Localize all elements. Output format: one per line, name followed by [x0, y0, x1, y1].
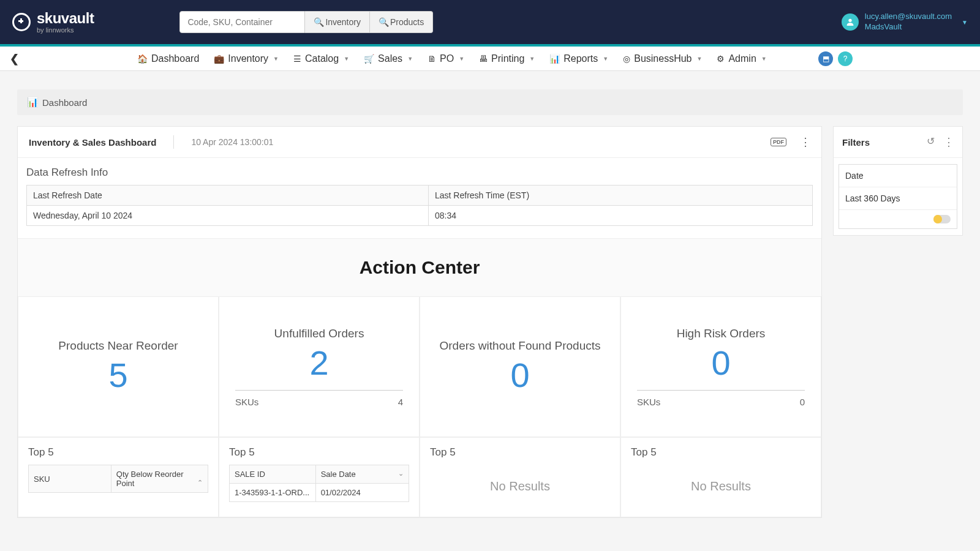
refresh-table: Last Refresh Date Last Refresh Time (EST… — [26, 185, 813, 226]
card-sub-label: SKUs — [637, 397, 660, 407]
top5-label: Top 5 — [28, 446, 208, 459]
chevron-down-icon: ▼ — [273, 56, 279, 62]
card-high-risk-orders[interactable]: High Risk Orders 0 SKUs 0 — [620, 296, 821, 437]
dashboard-timestamp: 10 Apr 2024 13:00:01 — [191, 137, 273, 147]
col-sale-id[interactable]: SALE ID — [230, 465, 316, 484]
top5-high-risk: Top 5 No Results — [620, 437, 821, 517]
svg-point-0 — [848, 19, 851, 22]
dashboard-title: Inventory & Sales Dashboard — [29, 137, 156, 148]
info-badge[interactable]: ⬒ — [818, 51, 833, 66]
filters-panel: Filters ↺ ⋮ Date Last 360 Days — [833, 126, 963, 236]
nav-dashboard[interactable]: 🏠Dashboard — [131, 50, 205, 68]
top-bar: skuvault by linnworks 🔍 Inventory 🔍 Prod… — [0, 0, 980, 47]
chevron-down-icon: ▼ — [697, 56, 703, 62]
card-value: 5 — [108, 355, 127, 395]
breadcrumb-label: Dashboard — [42, 97, 87, 108]
avatar — [842, 13, 859, 31]
col-sale-date[interactable]: Sale Date⌄ — [315, 465, 409, 484]
brand-byline: by linnworks — [37, 27, 94, 34]
filter-toggle[interactable] — [933, 215, 951, 223]
dashboard-header: Inventory & Sales Dashboard 10 Apr 2024 … — [18, 127, 821, 158]
no-results: No Results — [430, 465, 610, 508]
top5-label: Top 5 — [430, 446, 610, 459]
action-center-title: Action Center — [18, 257, 821, 278]
filter-date-value: Last 360 Days — [839, 187, 957, 210]
printer-icon: 🖶 — [479, 54, 488, 64]
nav-sales[interactable]: 🛒Sales▼ — [358, 50, 419, 68]
col-sku[interactable]: SKU — [29, 465, 111, 493]
nav-businesshub[interactable]: ◎BusinessHub▼ — [617, 50, 708, 68]
user-menu[interactable]: lucy.allen@skuvault.com MadsVault ▼ — [842, 12, 968, 32]
nav-po[interactable]: 🗎PO▼ — [421, 50, 470, 68]
search-icon: 🔍 — [314, 17, 324, 27]
refresh-val-time: 08:34 — [429, 206, 813, 226]
kebab-menu[interactable]: ⋮ — [800, 135, 810, 149]
sort-desc-icon: ⌄ — [398, 470, 404, 478]
cell-sale-date: 01/02/2024 — [315, 484, 409, 502]
card-sub-value: 0 — [800, 397, 805, 407]
filter-date[interactable]: Date Last 360 Days — [839, 164, 957, 229]
top5-no-products: Top 5 No Results — [420, 437, 620, 517]
card-sub-value: 4 — [398, 397, 403, 407]
filters-kebab-menu[interactable]: ⋮ — [943, 135, 954, 149]
chevron-down-icon: ▼ — [407, 56, 413, 62]
chevron-down-icon: ▼ — [962, 19, 968, 26]
cart-icon: 🛒 — [364, 54, 374, 64]
filter-date-label: Date — [839, 165, 957, 187]
table-row[interactable]: 1-343593-1-1-ORD... 01/02/2024 — [230, 484, 409, 502]
list-icon: ☰ — [293, 54, 301, 64]
top5-reorder: Top 5 SKU Qty Below Reorder Point⌃ — [18, 437, 219, 517]
nav-printing[interactable]: 🖶Printing▼ — [473, 50, 541, 68]
card-title: High Risk Orders — [677, 327, 766, 340]
gear-icon: ⚙ — [717, 54, 725, 64]
refresh-col-date: Last Refresh Date — [27, 186, 429, 206]
card-title: Products Near Reorder — [58, 339, 178, 353]
card-value: 0 — [510, 355, 529, 395]
card-value: 0 — [711, 343, 730, 383]
nav-admin[interactable]: ⚙Admin▼ — [710, 50, 772, 68]
search-products-button[interactable]: 🔍 Products — [370, 11, 433, 33]
target-icon: ◎ — [623, 54, 630, 64]
refresh-info: Data Refresh Info Last Refresh Date Last… — [18, 158, 821, 238]
chevron-down-icon: ▼ — [761, 56, 767, 62]
no-results: No Results — [631, 465, 811, 508]
card-title: Unfulfilled Orders — [274, 327, 364, 340]
back-button[interactable]: ❮ — [5, 50, 24, 68]
col-qty-below-reorder[interactable]: Qty Below Reorder Point⌃ — [111, 465, 208, 493]
nav-inventory[interactable]: 💼Inventory▼ — [208, 50, 285, 68]
refresh-heading: Data Refresh Info — [26, 164, 813, 185]
top5-reorder-table: SKU Qty Below Reorder Point⌃ — [28, 465, 208, 493]
logo-icon — [12, 13, 31, 31]
nav-catalog[interactable]: ☰Catalog▼ — [287, 50, 355, 68]
card-value: 2 — [309, 343, 328, 383]
nav-bar: ❮ 🏠Dashboard 💼Inventory▼ ☰Catalog▼ 🛒Sale… — [0, 47, 980, 71]
nav-reports[interactable]: 📊Reports▼ — [543, 50, 614, 68]
card-sub-label: SKUs — [235, 397, 258, 407]
chevron-down-icon: ▼ — [344, 56, 349, 62]
filters-title: Filters — [842, 137, 870, 148]
reset-filters-icon[interactable]: ↺ — [927, 135, 935, 149]
card-products-near-reorder[interactable]: Products Near Reorder 5 — [18, 296, 219, 437]
refresh-col-time: Last Refresh Time (EST) — [429, 186, 813, 206]
card-orders-without-products[interactable]: Orders without Found Products 0 — [420, 296, 620, 437]
dashboard-main: Inventory & Sales Dashboard 10 Apr 2024 … — [17, 126, 822, 518]
user-email: lucy.allen@skuvault.com — [865, 12, 952, 22]
search-icon: 🔍 — [379, 17, 389, 27]
search-inventory-button[interactable]: 🔍 Inventory — [305, 11, 370, 33]
card-title: Orders without Found Products — [440, 339, 601, 353]
chevron-down-icon: ▼ — [529, 56, 535, 62]
chart-icon: 📊 — [549, 54, 560, 64]
briefcase-icon: 💼 — [214, 54, 224, 64]
card-unfulfilled-orders[interactable]: Unfulfilled Orders 2 SKUs 4 — [219, 296, 420, 437]
brand-logo[interactable]: skuvault by linnworks — [12, 11, 94, 34]
home-icon: 🏠 — [137, 54, 148, 64]
export-pdf-button[interactable]: PDF — [771, 138, 786, 146]
cell-sale-id: 1-343593-1-1-ORD... — [230, 484, 316, 502]
action-center: Action Center Products Near Reorder 5 Un… — [18, 238, 821, 517]
top5-label: Top 5 — [631, 446, 811, 459]
chevron-down-icon: ▼ — [459, 56, 464, 62]
user-tenant: MadsVault — [865, 22, 952, 32]
sort-asc-icon: ⌃ — [197, 479, 203, 487]
search-input[interactable] — [179, 11, 305, 33]
help-badge[interactable]: ? — [838, 51, 853, 66]
